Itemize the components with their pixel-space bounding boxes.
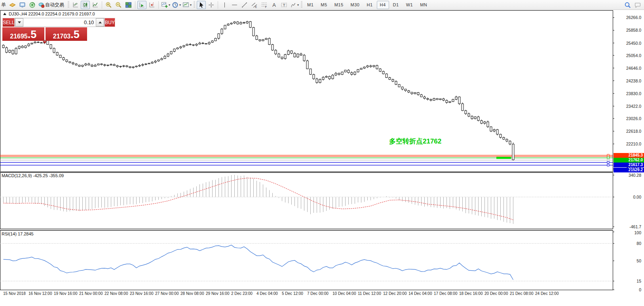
- time-axis-label: 12 Dec 20:00: [383, 291, 407, 296]
- price-axis-label: 23422.0: [614, 104, 642, 109]
- candle-body: [123, 66, 125, 67]
- time-axis-label: 29 Nov 16:00: [206, 291, 230, 296]
- candle-body: [21, 46, 23, 48]
- candle-body: [265, 38, 267, 40]
- candle-body: [259, 40, 261, 41]
- candle-body: [367, 66, 369, 67]
- time-axis-label: 10 Dec 04:00: [332, 291, 356, 296]
- candle-body: [15, 48, 17, 54]
- price-axis-label: 22618.0: [614, 129, 642, 134]
- level-endpoint: [607, 157, 609, 159]
- rsi-axis-label: 80: [614, 241, 642, 246]
- time-axis-label: 28 Nov 08:00: [180, 291, 204, 296]
- candle-body: [382, 71, 384, 74]
- panel-collapse-icon[interactable]: [43, 41, 47, 44]
- candle-body: [487, 122, 489, 127]
- chart-title-text: DJ30-,H4 22204.0 22254.0 21679.0 21697.0: [9, 11, 95, 16]
- candle-body: [414, 92, 416, 94]
- volume-decrease-button[interactable]: [15, 18, 23, 27]
- candle-body: [481, 120, 483, 123]
- candle-body: [465, 111, 467, 114]
- candle-body: [335, 73, 337, 75]
- volume-stepper: [15, 18, 104, 27]
- horizontal-level-lines[interactable]: [0, 154, 613, 166]
- volume-input[interactable]: [23, 18, 96, 27]
- level-endpoint: [607, 159, 609, 161]
- candle-body: [512, 144, 514, 160]
- candle-body: [161, 59, 163, 60]
- candle-body: [449, 101, 451, 102]
- candle-body: [50, 44, 52, 48]
- candle-body: [91, 65, 93, 66]
- highlight-segment[interactable]: [496, 157, 511, 159]
- candle-body: [215, 38, 217, 41]
- price-axis-label: 23026.0: [614, 116, 642, 121]
- candle-body: [59, 55, 61, 57]
- candle-body: [297, 54, 299, 57]
- candle-body: [477, 117, 479, 120]
- candle-body: [348, 70, 350, 73]
- time-axis-label: 11 Dec 12:00: [358, 291, 381, 296]
- candle-body: [398, 84, 400, 87]
- buy-button[interactable]: BUY: [104, 18, 115, 27]
- candle-body: [395, 81, 397, 84]
- candle-body: [386, 74, 388, 77]
- candle-body: [329, 76, 331, 79]
- candle-body: [230, 23, 232, 24]
- price-tag: 21617.3: [614, 163, 644, 167]
- candle-body: [113, 65, 115, 66]
- price-axis-label: 25858.0: [614, 28, 642, 33]
- time-axis-label: 19 Nov 16:00: [54, 291, 78, 296]
- sell-price[interactable]: 21695.5: [2, 27, 44, 41]
- candle-body: [268, 38, 270, 45]
- candle-body: [325, 76, 327, 77]
- candle-body: [433, 98, 435, 100]
- mt4-window: 单 自动交易 E F A T M1M5M15: [0, 0, 644, 306]
- candle-body: [313, 75, 315, 79]
- candle-body: [272, 44, 274, 50]
- price-axis-label: 25450.0: [614, 41, 642, 46]
- candle-body: [458, 97, 460, 103]
- candle-body: [474, 117, 476, 119]
- candle-body: [249, 21, 251, 27]
- candle-body: [443, 99, 445, 100]
- candle-body: [94, 65, 96, 66]
- candle-body: [360, 68, 362, 69]
- candle-body: [97, 64, 99, 65]
- candle-body: [237, 22, 239, 24]
- candle-body: [173, 49, 175, 51]
- candle-body: [72, 63, 74, 64]
- candle-body: [287, 51, 289, 54]
- candle-body: [338, 73, 340, 75]
- candle-body: [405, 89, 407, 91]
- candle-body: [246, 21, 248, 23]
- candle-body: [436, 98, 438, 99]
- candle-body: [53, 48, 55, 52]
- candle-body: [284, 55, 286, 59]
- candle-body: [253, 27, 255, 36]
- candle-body: [110, 65, 112, 65]
- sell-button[interactable]: SELL: [2, 18, 15, 27]
- candle-body: [18, 46, 20, 48]
- candle-body: [490, 127, 492, 131]
- candle-body: [370, 66, 372, 67]
- chart-title: DJ30-,H4 22204.0 22254.0 21679.0 21697.0: [3, 11, 95, 16]
- candle-body: [2, 45, 4, 48]
- time-axis-label: 17 Dec 08:00: [434, 291, 458, 296]
- candle-body: [275, 50, 277, 54]
- candle-body: [319, 79, 321, 82]
- candle-body: [199, 43, 201, 44]
- candle-body: [164, 56, 166, 59]
- triangle-down-icon: [18, 21, 21, 23]
- chart-canvas[interactable]: [0, 0, 644, 306]
- buy-price[interactable]: 21703.5: [46, 27, 87, 41]
- candle-body: [28, 44, 30, 46]
- candle-body: [411, 92, 413, 94]
- candle-body: [196, 44, 198, 45]
- rsi-indicator: [0, 243, 613, 281]
- collapse-icon[interactable]: [3, 13, 6, 15]
- rsi-label: RSI(14) 17.2845: [2, 231, 34, 236]
- macd-indicator: [0, 175, 613, 224]
- volume-increase-button[interactable]: [96, 18, 104, 27]
- candle-body: [234, 22, 236, 23]
